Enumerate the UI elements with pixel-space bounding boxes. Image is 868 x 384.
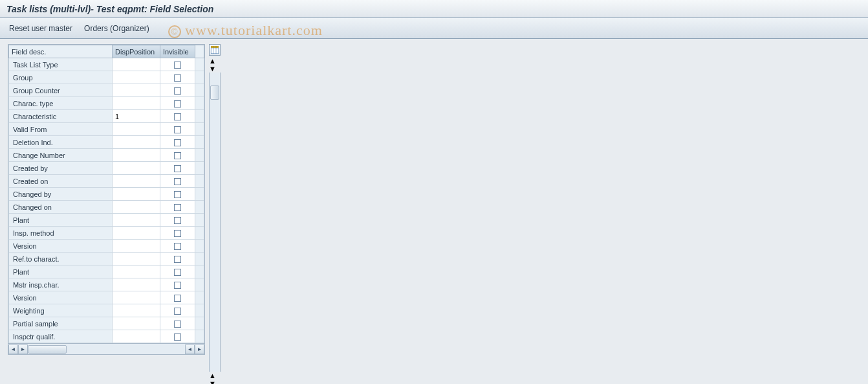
cell-disp-position[interactable]: [113, 291, 160, 304]
invisible-checkbox[interactable]: [174, 165, 181, 172]
h-scroll-track[interactable]: [28, 344, 185, 354]
cell-disp-position[interactable]: 1: [113, 110, 160, 123]
scroll-down-step-icon[interactable]: ▼: [209, 65, 221, 73]
cell-field-desc[interactable]: Deletion Ind.: [9, 136, 113, 149]
cell-disp-position[interactable]: [113, 188, 160, 201]
cell-field-desc[interactable]: Plant: [9, 214, 113, 227]
invisible-checkbox[interactable]: [174, 256, 181, 263]
invisible-checkbox[interactable]: [174, 152, 181, 159]
invisible-checkbox[interactable]: [174, 333, 181, 341]
cell-tail: [195, 97, 204, 110]
reset-user-master-button[interactable]: Reset user master: [9, 24, 72, 33]
column-header-invisible[interactable]: Invisible: [160, 45, 195, 58]
cell-field-desc[interactable]: Insp. method: [9, 227, 113, 240]
table-row: Plant: [9, 265, 204, 278]
cell-disp-position[interactable]: [113, 149, 160, 162]
invisible-checkbox[interactable]: [174, 230, 181, 237]
cell-disp-position[interactable]: [113, 253, 160, 265]
cell-field-desc[interactable]: Mstr insp.char.: [9, 278, 113, 291]
cell-tail: [195, 317, 204, 330]
scroll-up-icon[interactable]: ▲: [209, 57, 221, 65]
cell-tail: [195, 227, 204, 240]
cell-tail: [195, 123, 204, 136]
cell-disp-position[interactable]: [113, 175, 160, 188]
invisible-checkbox[interactable]: [174, 87, 181, 95]
cell-tail: [195, 149, 204, 162]
v-scroll-thumb[interactable]: [210, 85, 219, 100]
cell-field-desc[interactable]: Charac. type: [9, 97, 113, 110]
cell-invisible: [160, 149, 195, 162]
cell-field-desc[interactable]: Group Counter: [9, 84, 113, 97]
invisible-checkbox[interactable]: [174, 308, 181, 315]
invisible-checkbox[interactable]: [174, 126, 181, 133]
invisible-checkbox[interactable]: [174, 113, 181, 120]
invisible-checkbox[interactable]: [174, 282, 181, 289]
cell-field-desc[interactable]: Weighting: [9, 304, 113, 317]
cell-disp-position[interactable]: [113, 71, 160, 84]
orders-organizer-button[interactable]: Orders (Organizer): [84, 24, 149, 33]
v-scroll-track[interactable]: [209, 73, 221, 85]
cell-field-desc[interactable]: Plant: [9, 265, 113, 278]
invisible-checkbox[interactable]: [174, 269, 181, 276]
cell-disp-position[interactable]: [113, 240, 160, 253]
invisible-checkbox[interactable]: [174, 100, 181, 107]
cell-field-desc[interactable]: Created by: [9, 162, 113, 175]
invisible-checkbox[interactable]: [174, 243, 181, 250]
cell-disp-position[interactable]: [113, 136, 160, 149]
invisible-checkbox[interactable]: [174, 204, 181, 211]
cell-field-desc[interactable]: Changed by: [9, 188, 113, 201]
cell-field-desc[interactable]: Ref.to charact.: [9, 253, 113, 265]
horizontal-scrollbar[interactable]: ◄ ► ◄ ►: [8, 343, 204, 354]
cell-disp-position[interactable]: [113, 123, 160, 136]
table-row: Group Counter: [9, 84, 204, 97]
cell-field-desc[interactable]: Created on: [9, 175, 113, 188]
invisible-checkbox[interactable]: [174, 139, 181, 146]
cell-field-desc[interactable]: Group: [9, 71, 113, 84]
table-row: Charac. type: [9, 97, 204, 110]
cell-disp-position[interactable]: [113, 330, 160, 343]
table-row: Group: [9, 71, 204, 84]
cell-field-desc[interactable]: Changed on: [9, 201, 113, 214]
cell-field-desc[interactable]: Version: [9, 291, 113, 304]
cell-disp-position[interactable]: [113, 84, 160, 97]
cell-field-desc[interactable]: Valid From: [9, 123, 113, 136]
table-row: Valid From: [9, 123, 204, 136]
invisible-checkbox[interactable]: [174, 191, 181, 198]
invisible-checkbox[interactable]: [174, 321, 181, 328]
column-header-disp-position[interactable]: DispPosition: [113, 45, 160, 58]
scroll-right-step-icon[interactable]: ►: [18, 344, 28, 354]
cell-field-desc[interactable]: Task List Type: [9, 58, 113, 71]
cell-disp-position[interactable]: [113, 278, 160, 291]
cell-disp-position[interactable]: [113, 214, 160, 227]
cell-disp-position[interactable]: [113, 304, 160, 317]
h-scroll-thumb[interactable]: [28, 345, 67, 354]
invisible-checkbox[interactable]: [174, 62, 181, 69]
cell-invisible: [160, 317, 195, 330]
cell-tail: [195, 330, 204, 343]
invisible-checkbox[interactable]: [174, 295, 181, 302]
table-row: Task List Type: [9, 58, 204, 71]
cell-disp-position[interactable]: [113, 227, 160, 240]
cell-disp-position[interactable]: [113, 162, 160, 175]
cell-field-desc[interactable]: Inspctr qualif.: [9, 330, 113, 343]
table-settings-button[interactable]: [209, 44, 221, 56]
cell-field-desc[interactable]: Partial sample: [9, 317, 113, 330]
cell-field-desc[interactable]: Characteristic: [9, 110, 113, 123]
scroll-left-end-icon[interactable]: ◄: [185, 344, 195, 354]
cell-disp-position[interactable]: [113, 265, 160, 278]
scroll-left-icon[interactable]: ◄: [8, 344, 18, 354]
cell-field-desc[interactable]: Version: [9, 240, 113, 253]
column-header-field-desc[interactable]: Field desc.: [9, 45, 113, 58]
invisible-checkbox[interactable]: [174, 74, 181, 82]
scroll-up-end-icon[interactable]: ▲: [209, 372, 221, 379]
invisible-checkbox[interactable]: [174, 217, 181, 224]
cell-disp-position[interactable]: [113, 97, 160, 110]
cell-disp-position[interactable]: [113, 58, 160, 71]
cell-disp-position[interactable]: [113, 317, 160, 330]
scroll-right-end-icon[interactable]: ►: [195, 344, 204, 354]
cell-invisible: [160, 278, 195, 291]
scroll-down-end-icon[interactable]: ▼: [209, 379, 221, 384]
cell-field-desc[interactable]: Change Number: [9, 149, 113, 162]
cell-disp-position[interactable]: [113, 201, 160, 214]
invisible-checkbox[interactable]: [174, 178, 181, 185]
